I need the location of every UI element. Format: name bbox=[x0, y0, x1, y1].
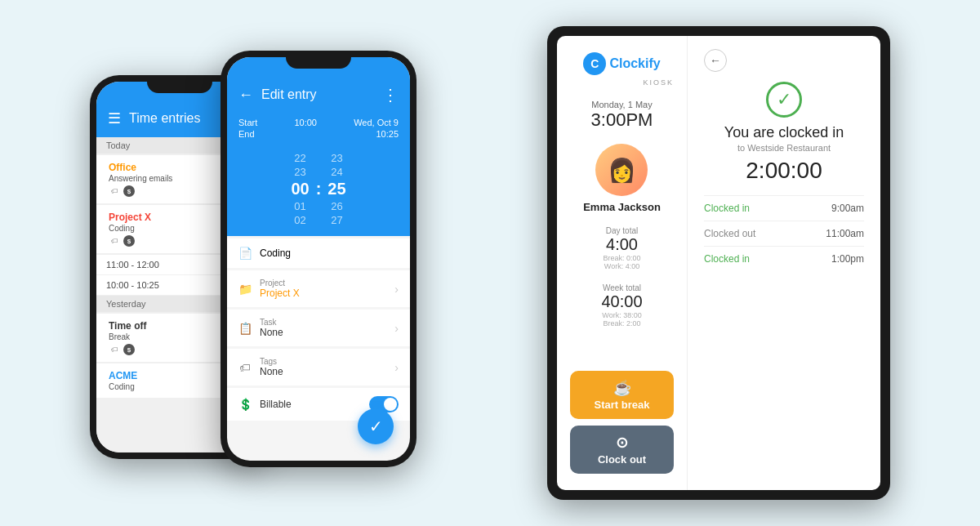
week-work-line: Work: 38:00 bbox=[570, 311, 674, 319]
hour-23: 23 bbox=[294, 166, 305, 178]
day-work-line: Work: 4:00 bbox=[570, 262, 674, 270]
tags-label: Tags bbox=[260, 357, 386, 366]
billable-icon3: $ bbox=[123, 344, 135, 355]
start-label: Start bbox=[238, 118, 257, 127]
menu-icon[interactable]: ☰ bbox=[108, 109, 121, 127]
hour-01: 01 bbox=[294, 200, 305, 212]
project-icon: 📁 bbox=[238, 283, 252, 296]
week-total-value: 40:00 bbox=[570, 292, 674, 311]
logo-icon: C bbox=[583, 52, 606, 75]
phone2-notch bbox=[286, 51, 351, 69]
log-label-0: Clocked in bbox=[704, 203, 750, 214]
phone-edit-entry: ← Edit entry ⋮ Start 10:00 Wed, Oct 9 En… bbox=[220, 51, 416, 467]
log-time-1: 11:00am bbox=[826, 228, 864, 239]
more-icon[interactable]: ⋮ bbox=[382, 85, 399, 105]
billable-label: Billable bbox=[260, 399, 361, 410]
project-value: Project X bbox=[260, 288, 386, 299]
fab-button[interactable]: ✓ bbox=[358, 408, 394, 444]
log-entry-1: Clocked out 11:00am bbox=[704, 221, 864, 246]
start-end-bar: Start 10:00 Wed, Oct 9 End 10:25 bbox=[227, 114, 410, 145]
phone2-screen: ← Edit entry ⋮ Start 10:00 Wed, Oct 9 En… bbox=[227, 57, 410, 461]
task-value: None bbox=[260, 327, 386, 338]
min-26: 26 bbox=[331, 200, 342, 212]
day-total-block: Day total 4:00 Break: 0:00 Work: 4:00 bbox=[570, 226, 674, 270]
time-picker[interactable]: 22 23 00 01 02 : 23 24 25 26 27 bbox=[227, 145, 410, 236]
description-value: Coding bbox=[260, 247, 399, 259]
log-time-2: 1:00pm bbox=[831, 253, 864, 265]
hour-02: 02 bbox=[294, 214, 305, 226]
clocked-in-title: You are clocked in bbox=[704, 124, 864, 141]
avatar-container: 👩 Emma Jackson bbox=[583, 144, 661, 213]
tags-icon: 🏷 bbox=[238, 361, 252, 374]
week-total-label: Week total bbox=[570, 283, 674, 292]
billable-field-icon: 💲 bbox=[238, 398, 252, 411]
billable-icon: $ bbox=[123, 185, 135, 197]
clockify-logo: C Clockify bbox=[583, 52, 660, 75]
clockout-icon: ⊙ bbox=[578, 434, 666, 452]
start-time[interactable]: 10:00 bbox=[294, 118, 317, 127]
clockout-label: Clock out bbox=[598, 453, 646, 466]
log-label-2: Clocked in bbox=[704, 253, 750, 265]
tag-icon: 🏷 bbox=[109, 185, 120, 197]
back-icon[interactable]: ← bbox=[238, 87, 253, 104]
day-total-label: Day total bbox=[570, 226, 674, 235]
minutes-column[interactable]: 23 24 25 26 27 bbox=[327, 152, 345, 226]
tablet-screen: C Clockify KIOSK Monday, 1 May 3:00PM 👩 … bbox=[557, 36, 880, 490]
clock-out-button[interactable]: ⊙ Clock out bbox=[570, 426, 674, 474]
day-break-line: Break: 0:00 bbox=[570, 254, 674, 262]
scene: ☰ Time entries Today Office Answering em… bbox=[74, 10, 906, 516]
break-icon: ☕ bbox=[578, 379, 666, 397]
elapsed-time: 2:00:00 bbox=[704, 158, 864, 184]
time-colon: : bbox=[316, 180, 322, 198]
tags-value: None bbox=[260, 366, 386, 377]
clocked-in-sub: to Westside Restaurant bbox=[704, 143, 864, 153]
tablet-back-button[interactable]: ← bbox=[704, 49, 727, 72]
edit-entry-body: 📄 Coding 📁 Project Project X › 📋 bbox=[227, 236, 410, 423]
phone2-title: Edit entry bbox=[261, 87, 374, 102]
field-tags[interactable]: 🏷 Tags None › bbox=[227, 349, 410, 386]
time-log: Clocked in 9:00am Clocked out 11:00am Cl… bbox=[704, 195, 864, 271]
break-label: Start break bbox=[595, 399, 650, 411]
avatar-face: 👩 bbox=[595, 144, 648, 196]
description-icon: 📄 bbox=[238, 247, 252, 260]
tag-icon3: 🏷 bbox=[109, 344, 120, 355]
min-24: 24 bbox=[331, 166, 342, 178]
billable-icon2: $ bbox=[123, 235, 135, 247]
min-25: 25 bbox=[327, 180, 345, 198]
hour-22: 22 bbox=[294, 152, 305, 164]
user-name: Emma Jackson bbox=[583, 201, 661, 213]
tablet-right-panel: ← ✓ You are clocked in to Westside Resta… bbox=[688, 36, 880, 490]
tablet: C Clockify KIOSK Monday, 1 May 3:00PM 👩 … bbox=[547, 26, 890, 500]
check-circle: ✓ bbox=[766, 82, 802, 118]
date-text: Monday, 1 May bbox=[591, 100, 653, 109]
kiosk-label: KIOSK bbox=[643, 78, 674, 87]
field-project[interactable]: 📁 Project Project X › bbox=[227, 270, 410, 307]
date-label: Wed, Oct 9 bbox=[354, 118, 399, 127]
tablet-left-panel: C Clockify KIOSK Monday, 1 May 3:00PM 👩 … bbox=[557, 36, 688, 490]
phones-container: ☰ Time entries Today Office Answering em… bbox=[90, 26, 514, 500]
project-chevron: › bbox=[394, 283, 399, 296]
min-27: 27 bbox=[331, 214, 342, 226]
week-total-block: Week total 40:00 Work: 38:00 Break: 2:00 bbox=[570, 283, 674, 328]
end-time[interactable]: 10:25 bbox=[376, 129, 399, 139]
avatar: 👩 bbox=[595, 144, 648, 196]
hours-column[interactable]: 22 23 00 01 02 bbox=[291, 152, 309, 226]
day-total-value: 4:00 bbox=[570, 235, 674, 254]
min-23: 23 bbox=[331, 152, 342, 164]
task-icon: 📋 bbox=[238, 322, 252, 335]
start-break-button[interactable]: ☕ Start break bbox=[570, 371, 674, 419]
tablet-action-buttons: ☕ Start break ⊙ Clock out bbox=[570, 371, 674, 474]
tags-content: Tags None bbox=[260, 357, 386, 377]
tag-icon2: 🏷 bbox=[109, 235, 120, 247]
field-description[interactable]: 📄 Coding bbox=[227, 238, 410, 268]
field-task[interactable]: 📋 Task None › bbox=[227, 310, 410, 346]
logo-text: Clockify bbox=[609, 56, 660, 71]
task-chevron: › bbox=[394, 322, 399, 335]
end-label: End bbox=[238, 129, 255, 139]
project-content: Project Project X bbox=[260, 279, 386, 299]
project-label: Project bbox=[260, 279, 386, 288]
log-time-0: 9:00am bbox=[831, 203, 864, 214]
log-entry-2: Clocked in 1:00pm bbox=[704, 246, 864, 271]
phone2-appbar: ← Edit entry ⋮ bbox=[227, 75, 410, 114]
billable-content: Billable bbox=[260, 399, 361, 410]
